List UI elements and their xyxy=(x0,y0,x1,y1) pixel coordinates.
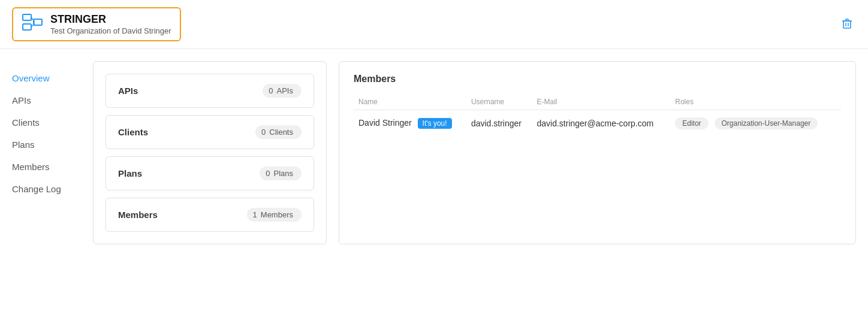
its-you-badge: It's you! xyxy=(418,118,452,129)
col-name: Name xyxy=(354,94,466,110)
stat-badge-apis: 0 APIs xyxy=(263,84,302,98)
stat-card-members[interactable]: Members 1 Members xyxy=(106,198,314,232)
stat-card-plans[interactable]: Plans 0 Plans xyxy=(106,156,314,190)
stats-panel: APIs 0 APIs Clients 0 Clients Plans 0 xyxy=(93,61,327,244)
members-title: Members xyxy=(354,74,841,84)
svg-rect-0 xyxy=(23,14,31,20)
col-roles: Roles xyxy=(670,94,841,110)
main-content: APIs 0 APIs Clients 0 Clients Plans 0 xyxy=(93,49,868,256)
stat-count-plans: 0 xyxy=(266,169,270,178)
sidebar-item-apis[interactable]: APIs xyxy=(12,89,81,111)
stat-label-apis: APIs xyxy=(118,86,138,96)
table-row: David Stringer It's you! david.stringer … xyxy=(354,110,841,137)
sidebar-item-changelog[interactable]: Change Log xyxy=(12,178,81,200)
role-badge-org-user-manager: Organization-User-Manager xyxy=(715,117,818,129)
sidebar-item-plans[interactable]: Plans xyxy=(12,134,81,156)
org-icon xyxy=(22,13,43,35)
stat-badge-plans: 0 Plans xyxy=(260,167,302,180)
stat-count-clients: 0 xyxy=(261,128,266,137)
member-email: david.stringer@acme-corp.com xyxy=(532,110,670,137)
member-name-cell: David Stringer It's you! xyxy=(354,110,466,137)
role-badge-editor: Editor xyxy=(675,117,708,129)
delete-button[interactable] xyxy=(838,14,856,34)
stat-unit-members: Members xyxy=(261,210,293,219)
stat-count-apis: 0 xyxy=(269,86,273,95)
stat-label-members: Members xyxy=(118,210,158,220)
sidebar: Overview APIs Clients Plans Members Chan… xyxy=(0,49,93,256)
stat-count-members: 1 xyxy=(253,210,257,219)
stat-card-apis[interactable]: APIs 0 APIs xyxy=(106,74,314,108)
stat-label-clients: Clients xyxy=(118,127,148,137)
members-table: Name Username E-Mail Roles David Stringe… xyxy=(354,94,841,137)
member-username: david.stringer xyxy=(466,110,532,137)
members-panel: Members Name Username E-Mail Roles David… xyxy=(339,61,856,244)
trash-icon xyxy=(840,17,854,30)
table-header-row: Name Username E-Mail Roles xyxy=(354,94,841,110)
svg-rect-5 xyxy=(843,21,851,28)
org-info: STRINGER Test Organization of David Stri… xyxy=(50,13,171,35)
layout: Overview APIs Clients Plans Members Chan… xyxy=(0,49,868,256)
org-card: STRINGER Test Organization of David Stri… xyxy=(12,7,181,41)
col-email: E-Mail xyxy=(532,94,670,110)
org-subtitle: Test Organization of David Stringer xyxy=(50,26,171,35)
stat-unit-apis: APIs xyxy=(277,86,293,95)
stat-unit-plans: Plans xyxy=(273,169,293,178)
sidebar-item-members[interactable]: Members xyxy=(12,156,81,178)
svg-rect-1 xyxy=(23,24,31,30)
col-username: Username xyxy=(466,94,532,110)
stat-label-plans: Plans xyxy=(118,168,142,178)
org-name: STRINGER xyxy=(50,13,171,26)
sidebar-item-overview[interactable]: Overview xyxy=(12,67,81,89)
sidebar-item-clients[interactable]: Clients xyxy=(12,111,81,134)
svg-rect-2 xyxy=(34,19,42,25)
stat-card-clients[interactable]: Clients 0 Clients xyxy=(106,115,314,149)
member-roles: Editor Organization-User-Manager xyxy=(670,110,841,137)
stat-badge-members: 1 Members xyxy=(247,208,302,222)
stat-badge-clients: 0 Clients xyxy=(255,125,302,139)
member-name: David Stringer xyxy=(358,118,412,128)
header: STRINGER Test Organization of David Stri… xyxy=(0,0,868,49)
stat-unit-clients: Clients xyxy=(269,128,293,137)
